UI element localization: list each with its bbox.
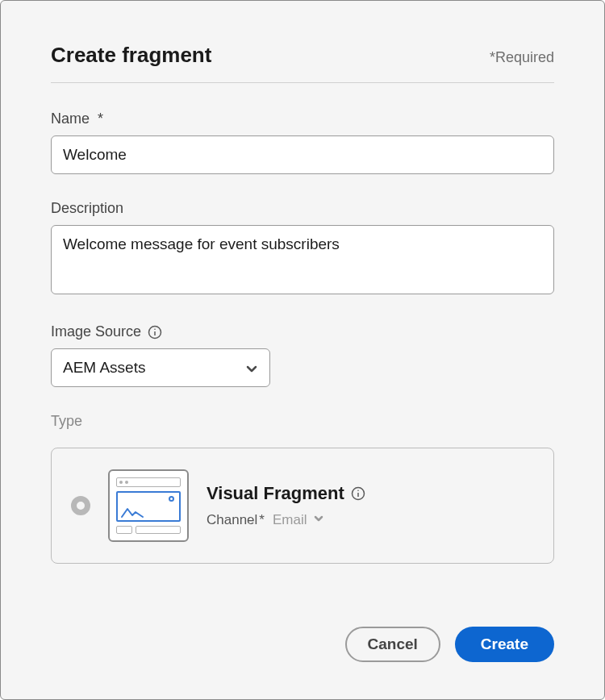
image-source-field-group: Image Source AEM Assets	[51, 323, 554, 387]
image-source-select[interactable]: AEM Assets	[51, 348, 270, 387]
description-field-group: Description Welcome message for event su…	[51, 200, 554, 298]
name-field-group: Name *	[51, 110, 554, 174]
description-label: Description	[51, 200, 554, 217]
name-label: Name *	[51, 110, 554, 127]
info-icon[interactable]	[148, 325, 162, 340]
required-note: *Required	[490, 49, 554, 66]
type-radio[interactable]	[71, 496, 90, 515]
type-field-group: Type Visual Fragment	[51, 413, 554, 564]
type-option-title: Visual Fragment	[207, 483, 344, 504]
info-icon[interactable]	[351, 486, 365, 501]
chevron-down-icon	[245, 361, 258, 374]
type-label: Type	[51, 413, 554, 430]
type-option-info: Visual Fragment Channel* Email	[207, 483, 534, 528]
image-source-label: Image Source	[51, 323, 554, 340]
name-label-text: Name	[51, 110, 90, 127]
create-fragment-dialog: Create fragment *Required Name * Descrip…	[0, 0, 605, 700]
dialog-title: Create fragment	[51, 43, 211, 68]
name-required-mark: *	[98, 110, 103, 127]
type-option-card[interactable]: Visual Fragment Channel* Email	[51, 448, 554, 564]
name-input[interactable]	[51, 135, 554, 174]
image-source-value: AEM Assets	[63, 359, 145, 377]
channel-label: Channel*	[207, 512, 265, 528]
dialog-header: Create fragment *Required	[51, 43, 554, 83]
create-button[interactable]: Create	[455, 627, 554, 662]
svg-point-2	[154, 328, 156, 330]
description-input[interactable]: Welcome message for event subscribers	[51, 225, 554, 294]
svg-point-5	[357, 490, 359, 491]
channel-value: Email	[273, 512, 307, 528]
channel-row: Channel* Email	[207, 512, 534, 528]
description-label-text: Description	[51, 200, 123, 217]
dialog-footer: Cancel Create	[345, 627, 554, 662]
visual-fragment-icon	[108, 469, 189, 542]
chevron-down-icon	[313, 512, 324, 528]
channel-select[interactable]: Email	[273, 512, 325, 528]
cancel-button[interactable]: Cancel	[345, 627, 440, 662]
image-source-label-text: Image Source	[51, 323, 141, 340]
